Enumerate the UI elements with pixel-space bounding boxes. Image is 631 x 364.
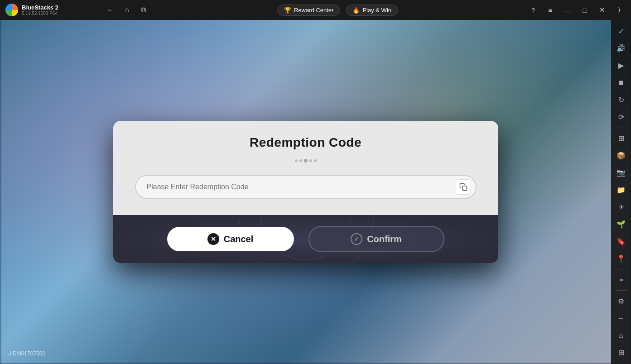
app-info: BlueStacks 2 5.11.52.1003 P64 [0, 4, 100, 16]
settings-icon[interactable]: ⚙ [613, 293, 629, 309]
right-sidebar: ⤢ 🔊 ▶ ⏺ ↻ ⟳ ⊞ 📦 📷 📁 ✈ 🌱 🔖 📍 ••• ⚙ ← ⌂ ⊞ [611, 20, 631, 364]
tabs-button[interactable]: ⧉ [136, 3, 150, 17]
play-win-button[interactable]: 🔥 Play & Win [346, 5, 398, 16]
topbar-center: 🏆 Reward Center 🔥 Play & Win [154, 5, 521, 16]
dialog-title: Redemption Code [135, 135, 477, 150]
home-button[interactable]: ⌂ [120, 3, 134, 17]
divider-dot-3 [309, 159, 312, 162]
bluestacks-logo [5, 4, 18, 16]
cancel-icon: ✕ [207, 233, 219, 245]
fullscreen-icon[interactable]: ⤢ [613, 24, 629, 39]
minimize-button[interactable]: — [559, 2, 576, 18]
folder-icon[interactable]: 📁 [613, 182, 629, 198]
input-wrapper [135, 175, 477, 199]
divider-dots [295, 159, 317, 163]
back-arrow-icon[interactable]: ← [613, 311, 629, 326]
play-emoji: 🔥 [352, 7, 360, 14]
grid-icon[interactable]: ⊞ [613, 345, 629, 360]
record-icon[interactable]: ⏺ [613, 75, 629, 91]
confirm-label: Confirm [367, 234, 402, 244]
help-button[interactable]: ? [525, 2, 541, 18]
divider-left [135, 161, 291, 161]
cancel-label: Cancel [224, 234, 254, 244]
back-button[interactable]: ← [103, 3, 118, 17]
menu-button[interactable]: ≡ [542, 2, 559, 18]
eco-icon[interactable]: 🌱 [613, 216, 629, 232]
app-name-block: BlueStacks 2 5.11.52.1003 P64 [22, 4, 58, 16]
more-icon[interactable]: ••• [613, 272, 629, 287]
volume-icon[interactable]: 🔊 [613, 41, 629, 56]
close-button[interactable]: ✕ [594, 2, 610, 18]
maximize-button[interactable]: □ [577, 2, 593, 18]
reward-emoji: 🏆 [284, 7, 291, 14]
modal-overlay: Redemption Code [0, 20, 611, 364]
home-sidebar-icon[interactable]: ⌂ [613, 328, 629, 343]
topbar: BlueStacks 2 5.11.52.1003 P64 ← ⌂ ⧉ 🏆 Re… [0, 0, 631, 20]
video-icon[interactable]: ▶ [613, 58, 629, 73]
divider-dot-center [304, 159, 308, 163]
svg-rect-0 [462, 186, 467, 191]
divider-dot-4 [314, 159, 317, 162]
window-controls: ? ≡ — □ ✕ ⟩ [521, 2, 631, 18]
airplane-icon[interactable]: ✈ [613, 199, 629, 215]
app-version: 5.11.52.1003 P64 [22, 11, 58, 16]
bookmark-icon[interactable]: 🔖 [613, 234, 629, 249]
divider-dot-2 [299, 159, 302, 162]
paste-button[interactable] [456, 179, 471, 195]
apps-icon[interactable]: ⊞ [613, 131, 629, 146]
location-icon[interactable]: 📍 [613, 251, 629, 266]
sidebar-divider-3 [616, 290, 626, 291]
screenshot-icon[interactable]: 📷 [613, 165, 629, 181]
package-icon[interactable]: 📦 [613, 148, 629, 163]
cancel-button[interactable]: ✕ Cancel [167, 227, 294, 251]
confirm-icon: ✓ [351, 233, 362, 245]
dialog-top: Redemption Code [113, 121, 498, 215]
reward-center-label: Reward Center [294, 7, 333, 14]
play-win-label: Play & Win [362, 7, 391, 14]
divider-right [320, 161, 477, 161]
redemption-code-input[interactable] [135, 175, 477, 199]
rotate-icon[interactable]: ↻ [613, 92, 629, 108]
app-name: BlueStacks 2 [22, 4, 58, 11]
dialog-bottom: ✕ Cancel ✓ Confirm [113, 215, 498, 263]
expand-button[interactable]: ⟩ [611, 2, 627, 18]
sidebar-divider-2 [616, 269, 626, 269]
refresh-icon[interactable]: ⟳ [613, 110, 629, 125]
nav-buttons: ← ⌂ ⧉ [100, 3, 154, 17]
redemption-dialog: Redemption Code [113, 121, 498, 263]
sidebar-divider-1 [616, 128, 626, 128]
confirm-button[interactable]: ✓ Confirm [308, 226, 444, 252]
dialog-divider [135, 159, 477, 163]
divider-dot-1 [295, 159, 298, 162]
reward-center-button[interactable]: 🏆 Reward Center [277, 5, 340, 16]
